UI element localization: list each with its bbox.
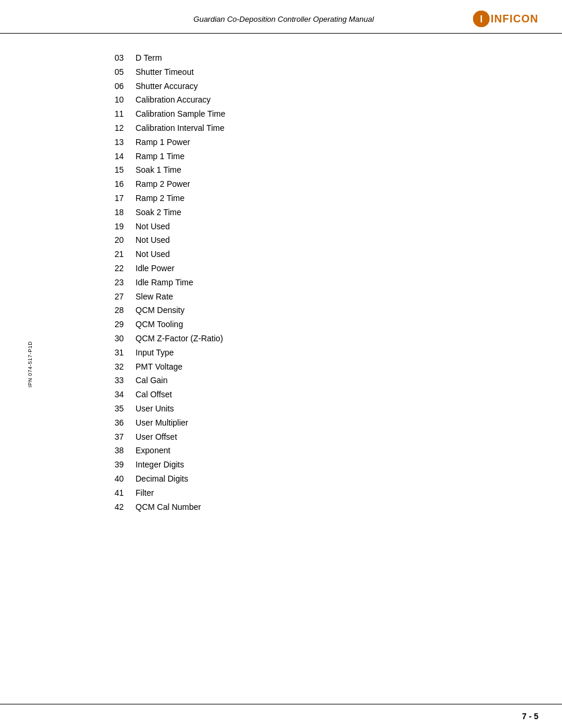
- item-number: 41: [106, 486, 135, 500]
- list-item: 38Exponent: [106, 444, 538, 458]
- list-item: 20Not Used: [106, 233, 538, 248]
- item-label: Slew Rate: [135, 290, 173, 304]
- item-number: 31: [106, 346, 135, 360]
- item-label: User Multiplier: [135, 416, 188, 430]
- item-number: 12: [106, 121, 135, 136]
- list-item: 06Shutter Accuracy: [106, 80, 538, 94]
- list-item: 28QCM Density: [106, 304, 538, 318]
- item-number: 30: [106, 332, 135, 346]
- main-content: 03D Term05Shutter Timeout06Shutter Accur…: [0, 34, 562, 538]
- item-number: 39: [106, 458, 135, 472]
- side-label: IPN 074-517-P1D: [27, 341, 33, 387]
- item-label: Idle Ramp Time: [135, 276, 193, 290]
- item-label: Cal Offset: [135, 388, 172, 402]
- item-number: 28: [106, 304, 135, 318]
- item-label: Cal Gain: [135, 374, 167, 388]
- list-item: 34Cal Offset: [106, 388, 538, 402]
- item-number: 21: [106, 248, 135, 262]
- item-label: Filter: [135, 486, 154, 500]
- item-label: QCM Z-Factor (Z-Ratio): [135, 332, 223, 346]
- item-label: Idle Power: [135, 262, 174, 276]
- item-number: 15: [106, 163, 135, 177]
- item-number: 34: [106, 388, 135, 402]
- logo-icon: I: [473, 11, 490, 27]
- list-item: 16Ramp 2 Power: [106, 177, 538, 192]
- list-item: 39Integer Digits: [106, 458, 538, 472]
- item-number: 13: [106, 136, 135, 150]
- page-container: Guardian Co-Deposition Controller Operat…: [0, 0, 562, 728]
- item-number: 38: [106, 444, 135, 458]
- list-item: 10Calibration Accuracy: [106, 93, 538, 107]
- list-item: 11Calibration Sample Time: [106, 107, 538, 121]
- item-number: 42: [106, 500, 135, 515]
- item-label: Soak 1 Time: [135, 163, 181, 177]
- list-item: 41Filter: [106, 486, 538, 500]
- item-label: QCM Cal Number: [135, 500, 201, 515]
- item-number: 17: [106, 192, 135, 206]
- list-item: 14Ramp 1 Time: [106, 150, 538, 164]
- item-label: QCM Density: [135, 304, 184, 318]
- list-item: 05Shutter Timeout: [106, 65, 538, 80]
- list-item: 13Ramp 1 Power: [106, 136, 538, 150]
- item-label: Not Used: [135, 220, 170, 234]
- item-number: 33: [106, 374, 135, 388]
- list-item: 15Soak 1 Time: [106, 163, 538, 177]
- item-label: Ramp 1 Time: [135, 150, 184, 164]
- item-number: 36: [106, 416, 135, 430]
- item-number: 27: [106, 290, 135, 304]
- footer: 7 - 5: [0, 704, 562, 728]
- item-number: 11: [106, 107, 135, 121]
- item-number: 20: [106, 233, 135, 248]
- list-item: 12Calibration Interval Time: [106, 121, 538, 136]
- list-item: 27Slew Rate: [106, 290, 538, 304]
- list-item: 33Cal Gain: [106, 374, 538, 388]
- list-item: 37User Offset: [106, 430, 538, 444]
- item-number: 14: [106, 150, 135, 164]
- item-label: PMT Voltage: [135, 360, 183, 374]
- item-label: Input Type: [135, 346, 174, 360]
- list-item: 35User Units: [106, 402, 538, 416]
- item-label: Exponent: [135, 444, 170, 458]
- item-number: 32: [106, 360, 135, 374]
- item-number: 23: [106, 276, 135, 290]
- item-label: Not Used: [135, 233, 170, 248]
- item-label: QCM Tooling: [135, 318, 183, 332]
- item-number: 35: [106, 402, 135, 416]
- item-label: Shutter Accuracy: [135, 80, 198, 94]
- list-item: 31Input Type: [106, 346, 538, 360]
- item-label: Decimal Digits: [135, 472, 188, 486]
- item-number: 16: [106, 177, 135, 192]
- item-label: Integer Digits: [135, 458, 184, 472]
- item-number: 19: [106, 220, 135, 234]
- list-item: 18Soak 2 Time: [106, 206, 538, 220]
- item-label: Calibration Accuracy: [135, 93, 211, 107]
- header: Guardian Co-Deposition Controller Operat…: [0, 0, 562, 34]
- item-number: 29: [106, 318, 135, 332]
- item-label: User Offset: [135, 430, 177, 444]
- item-number: 40: [106, 472, 135, 486]
- list-item: 29QCM Tooling: [106, 318, 538, 332]
- svg-text:I: I: [480, 14, 482, 24]
- list-item: 32PMT Voltage: [106, 360, 538, 374]
- list-item: 42QCM Cal Number: [106, 500, 538, 515]
- list-item: 03D Term: [106, 51, 538, 65]
- item-number: 05: [106, 65, 135, 80]
- items-list: 03D Term05Shutter Timeout06Shutter Accur…: [106, 51, 538, 514]
- item-label: User Units: [135, 402, 174, 416]
- list-item: 36User Multiplier: [106, 416, 538, 430]
- item-label: Calibration Interval Time: [135, 121, 224, 136]
- item-number: 37: [106, 430, 135, 444]
- item-label: Shutter Timeout: [135, 65, 194, 80]
- item-label: Ramp 2 Time: [135, 192, 184, 206]
- page-number: 7 - 5: [522, 711, 538, 721]
- list-item: 30QCM Z-Factor (Z-Ratio): [106, 332, 538, 346]
- list-item: 40Decimal Digits: [106, 472, 538, 486]
- item-label: Soak 2 Time: [135, 206, 181, 220]
- item-number: 06: [106, 80, 135, 94]
- list-item: 17Ramp 2 Time: [106, 192, 538, 206]
- item-label: Ramp 2 Power: [135, 177, 190, 192]
- item-label: Calibration Sample Time: [135, 107, 226, 121]
- item-number: 18: [106, 206, 135, 220]
- logo-text: INFICON: [491, 13, 538, 25]
- list-item: 23Idle Ramp Time: [106, 276, 538, 290]
